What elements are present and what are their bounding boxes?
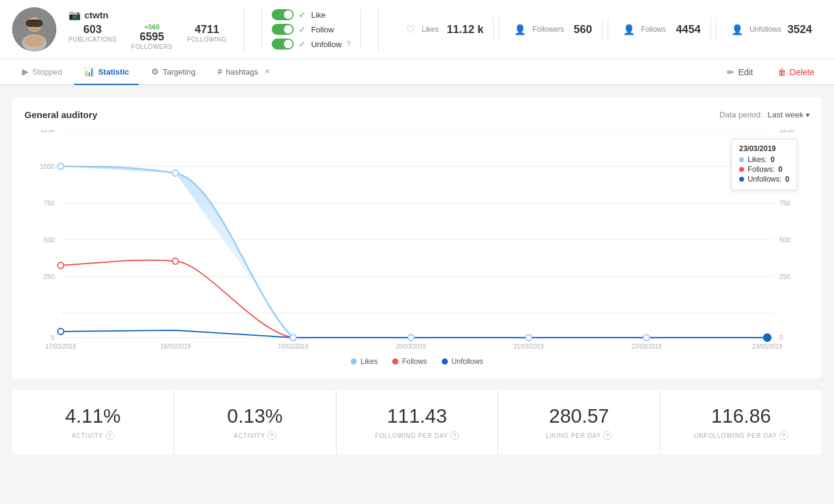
liking-per-day-stat: 280.57 LIKING PER DAY ? — [498, 390, 660, 454]
like-toggle[interactable] — [272, 9, 294, 20]
followers-card-label: Followers — [532, 25, 567, 34]
chart-icon: 📊 — [84, 67, 94, 76]
svg-text:250: 250 — [780, 273, 791, 280]
follow-check-icon: ✓ — [299, 24, 306, 34]
svg-point-5 — [30, 25, 32, 27]
stats-cards: ♡ Likes 11.12 k 👤 Followers 560 👤 Follow… — [396, 18, 822, 41]
tab-hashtags-label: hashtags — [226, 67, 258, 76]
likes-card: ♡ Likes 11.12 k — [396, 18, 494, 41]
edit-icon: ✏ — [727, 67, 734, 77]
follows-dot-2[interactable] — [173, 258, 179, 264]
tooltip-unfollows-value: 0 — [785, 175, 789, 183]
followers-delta: +560 — [144, 23, 160, 31]
divider4 — [608, 18, 608, 41]
activity-stat-2: 0.13% ACTIVITY ? — [174, 390, 337, 454]
publications-label: PUBLICATIONS — [69, 36, 117, 43]
tabs-actions: ✏ Edit 🗑 Delete — [720, 62, 822, 82]
unfollow-label: Unfollow — [311, 40, 341, 49]
activity-1-help[interactable]: ? — [106, 431, 114, 440]
follows-card-label: Follows — [641, 25, 670, 34]
likes-dot-1[interactable] — [58, 163, 64, 169]
svg-text:22/03/2019: 22/03/2019 — [631, 343, 662, 350]
followers-card-value: 560 — [574, 23, 592, 36]
divider — [244, 7, 244, 51]
tab-statistic[interactable]: 📊 Statistic — [74, 59, 139, 85]
following-per-day-help[interactable]: ? — [450, 431, 459, 440]
following-per-day-value: 111.43 — [387, 405, 447, 428]
svg-text:250: 250 — [43, 273, 54, 280]
heart-icon: ♡ — [406, 23, 415, 36]
legend-likes: Likes — [351, 357, 378, 366]
svg-text:500: 500 — [43, 236, 54, 243]
svg-text:1000: 1000 — [40, 163, 54, 170]
tooltip-unfollows-label: Unfollows: — [748, 175, 781, 183]
tab-stopped[interactable]: ▶ Stopped — [12, 59, 72, 85]
divider3 — [499, 18, 499, 41]
edit-button[interactable]: ✏ Edit — [720, 62, 760, 82]
delete-label: Delete — [790, 67, 814, 77]
activity-2-help[interactable]: ? — [267, 431, 276, 440]
follow-toggle[interactable] — [272, 24, 294, 35]
unfollows-dot-1[interactable] — [58, 328, 64, 335]
data-period: Data period: Last week ▾ — [720, 110, 810, 119]
unfollows-card: 👤 Unfollows 3524 — [721, 18, 822, 41]
user-info-block: 📷 ctwtn 603 PUBLICATIONS +560 6595 FOLLO… — [69, 9, 226, 50]
tooltip-follows-row: Follows: 0 — [739, 165, 789, 174]
action-like-row: ✓ Like — [272, 9, 351, 20]
tooltip-likes-dot — [739, 157, 744, 162]
activity-2-label: ACTIVITY ? — [234, 431, 276, 440]
likes-dot-2[interactable] — [173, 170, 179, 176]
legend-follows-label: Follows — [402, 357, 427, 366]
followers-stat: +560 6595 FOLLOWERS — [132, 23, 173, 50]
likes-dot-6[interactable] — [644, 335, 650, 341]
legend-unfollows: Unfollows — [442, 357, 483, 366]
delete-button[interactable]: 🗑 Delete — [770, 62, 822, 82]
svg-text:1250: 1250 — [780, 130, 794, 133]
likes-dot-4[interactable] — [408, 335, 414, 341]
tooltip-follows-label: Follows: — [748, 165, 775, 174]
unfollow-help-icon[interactable]: ? — [346, 40, 351, 48]
activity-1-value: 4.11% — [65, 405, 121, 428]
follows-dot-1[interactable] — [58, 262, 64, 269]
targeting-icon: ⚙ — [151, 67, 159, 76]
follow-label: Follow — [311, 25, 334, 34]
tooltip-likes-row: Likes: 0 — [739, 155, 789, 164]
follows-card: 👤 Follows 4454 — [613, 18, 711, 41]
svg-text:20/03/2019: 20/03/2019 — [396, 343, 426, 350]
like-check-icon: ✓ — [299, 10, 306, 20]
svg-text:23/03/2019: 23/03/2019 — [752, 343, 783, 350]
chart-svg: 1250 1000 750 500 250 0 1250 1000 750 50… — [24, 130, 810, 350]
followers-icon: 👤 — [514, 24, 526, 35]
unfollow-toggle[interactable] — [272, 39, 294, 50]
svg-text:750: 750 — [43, 199, 54, 207]
play-icon: ▶ — [22, 67, 29, 76]
delete-icon: 🗑 — [778, 67, 786, 77]
actions-section: ✓ Like ✓ Follow ✓ Unfollow ? — [261, 9, 361, 50]
tab-hashtags[interactable]: # hashtags ✕ — [208, 59, 281, 85]
legend-follows: Follows — [392, 357, 427, 366]
svg-text:500: 500 — [780, 236, 791, 243]
unfollowing-per-day-help[interactable]: ? — [780, 431, 788, 440]
svg-text:0: 0 — [51, 334, 54, 341]
tabs-bar: ▶ Stopped 📊 Statistic ⚙ Targeting # hash… — [0, 59, 834, 85]
svg-text:18/03/2019: 18/03/2019 — [160, 343, 191, 350]
tab-stopped-label: Stopped — [32, 67, 62, 76]
likes-dot-7[interactable] — [764, 334, 771, 341]
svg-text:19/03/2019: 19/03/2019 — [278, 343, 309, 350]
svg-text:0: 0 — [780, 334, 783, 341]
tab-hashtags-close[interactable]: ✕ — [264, 67, 270, 76]
liking-per-day-help[interactable]: ? — [603, 431, 612, 440]
username: ctwtn — [84, 10, 108, 20]
svg-text:21/03/2019: 21/03/2019 — [513, 343, 544, 350]
likes-dot-3[interactable] — [290, 335, 296, 341]
period-select[interactable]: Last week ▾ — [767, 110, 810, 119]
section-title: General auditory — [24, 109, 97, 120]
likes-dot-5[interactable] — [526, 335, 532, 341]
following-per-day-stat: 111.43 FOLLOWING PER DAY ? — [337, 390, 499, 454]
legend-likes-label: Likes — [360, 357, 378, 366]
tab-targeting[interactable]: ⚙ Targeting — [141, 59, 205, 85]
likes-card-value: 11.12 k — [447, 23, 483, 36]
followers-label: FOLLOWERS — [132, 43, 173, 50]
period-value: Last week — [767, 110, 803, 119]
legend-likes-dot — [351, 358, 357, 365]
